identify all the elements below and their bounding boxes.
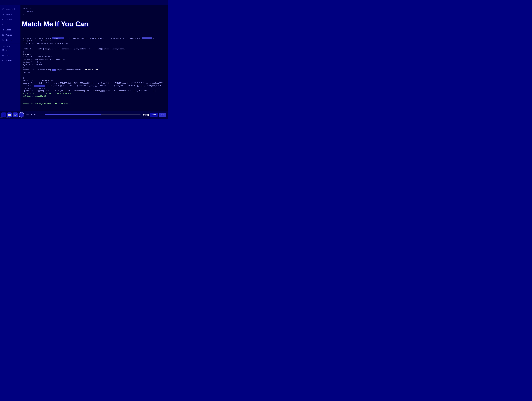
sidebar-item-files[interactable]: ❒ Files [0,22,20,27]
sidebar-item-mail[interactable]: ✉ Mail [0,47,20,53]
code-line: if (allt ) { }; [23,7,165,10]
sidebar-item-label: Projects [6,13,12,15]
current-time: 01:03:52/01:44:44 [25,114,43,116]
dashboard-icon: ⊞ [2,8,5,10]
projects-icon: ❖ [2,13,5,16]
sidebar-item-label: Reports [6,39,12,41]
code-line [23,74,165,77]
sidebar-item-codes[interactable]: ◈ Codes [0,27,20,32]
close-button[interactable]: Close [150,113,158,117]
code-line: def foo(x){ [23,71,165,74]
sidebar-item-uploads[interactable]: ⬡ Uploads [0,58,20,63]
code-line: ROWS ) ) )] - ( Turner) * [23,87,165,90]
current-icon: ☑ [2,18,5,21]
sidebar-item-label: Dashboard [6,8,15,10]
sidebar-item-chat[interactable]: ◎ Chat [0,53,20,58]
sidebar-item-label: Chat [6,54,10,56]
progress-bar[interactable] [45,114,141,115]
code-line [23,16,165,19]
branding: ProgrammerSticker.ie [0,117,12,119]
sidebar-item-label: Files [6,24,10,26]
save-button[interactable]: Save [158,113,166,117]
codes-icon: ◈ [2,28,5,31]
code-line: } [23,13,165,16]
code-line: 39 [23,98,165,100]
sidebar-item-label: Current [6,19,12,21]
code-line: 2nd part [23,53,165,56]
code-line: Ygritte /= --150.608 [23,63,165,66]
sidebar-item-workbox[interactable]: ▦ WorkBox [0,32,20,38]
workbox-icon: ▦ [2,34,5,36]
code-line: apprec(-rule(960.12,rule(ROWS)),ROWS) : … [23,103,165,106]
code-line: } [23,66,165,69]
sidebar-item-dashboard[interactable]: ⊞ Dashboard [0,6,20,12]
sidebar-item-current[interactable]: ☑ Current [0,17,20,22]
code-line: let dolore = 0; let magna = 0;soundSPeed… [23,37,165,40]
code-line: return []; [23,10,165,13]
content-area: Match Me If You Can if (allt ) { }; retu… [20,5,168,111]
uploads-icon: ⬡ [2,59,5,62]
code-line: def destroy(KangarOO,x){ [23,95,165,98]
sidebar-item-projects[interactable]: ❖ Projects [0,12,20,17]
sidebar-item-label: Mail [6,49,9,51]
code-line: apprec(--COLS) ) ) : 'One can not simply… [23,93,165,95]
sidebar: ⊞ Dashboard ❖ Projects ☑ Current ❒ Files… [0,5,20,111]
main-layout: ⊞ Dashboard ❖ Projects ☑ Current ❒ Files… [0,5,168,111]
code-line: def appreci(-dog,curveball, AreYa There}… [23,58,165,61]
chat-icon: ◎ [2,54,5,56]
code-line: while (dolore < sit) { aliqua[magna++] =… [23,48,165,50]
team-connect-label: Team Connect [0,45,20,47]
files-icon: ❒ [2,23,5,26]
code-line: assert --40 : 'It isn't a bug it is]an u… [23,69,165,71]
code-line: assert -0.17 : 'Autumn is Here' [23,56,165,58]
sound-button[interactable]: 🔊 [13,113,18,117]
code-line: COLS ) ) ), + -COLS),210.69)) ) ) * ROWS… [23,85,165,87]
sidebar-item-reports[interactable]: ⚇ Reports [0,38,20,43]
code-line: } [23,50,165,53]
code-line [23,45,165,48]
play-button[interactable]: ▶ [19,112,24,118]
sidebar-item-label: Uploads [6,59,12,62]
code-line: } [23,100,165,103]
subtitle-display: [typing] [143,114,149,116]
code-line: COLS),210.69)) ) ) * ROWS ) / ( [23,40,165,43]
action-buttons: Close Save [150,113,166,117]
code-line: assert -foo(( ---0.74 / ( ( --0.92 / ( T… [23,82,165,85]
code-line: const aliqua = new eiusmod(labore.ut(sit… [23,43,165,45]
player-bar: ↺ ⬜ 🔊 ▶ 01:03:52/01:44:44 [typing] Close… [0,111,168,119]
code-line: Ygritte /= ( -42 ); [23,61,165,63]
progress-bar-fill [45,114,101,115]
sidebar-item-label: Codes [6,29,11,31]
reports-icon: ⚇ [2,39,5,41]
top-bar [0,0,168,5]
mail-icon: ✉ [2,49,5,51]
code-line: var x = rule(33) + betray(y,ROWS) [23,79,165,82]
code-line: -( TABLE[0.33][apprec(-ROWS,-betray(-27,… [23,90,165,93]
screen-button[interactable]: ⬜ [7,113,12,117]
sidebar-item-label: WorkBox [6,34,13,36]
code-line: } [23,77,165,79]
movie-title: Match Me If You Can [22,19,88,29]
undo-button[interactable]: ↺ [1,113,6,117]
